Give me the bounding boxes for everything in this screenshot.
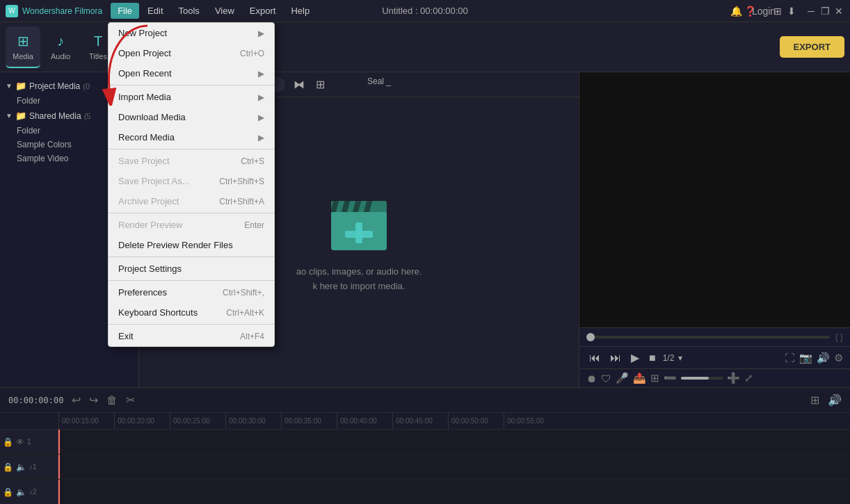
undo-icon[interactable]: ↩ [70, 392, 82, 408]
menu-render-preview: Render Preview Enter [109, 215, 274, 235]
redo-icon[interactable]: ↪ [88, 392, 99, 408]
app-logo-icon: W [6, 5, 18, 17]
menu-import-media[interactable]: Import Media ▶ [109, 87, 274, 107]
export-button[interactable]: EXPORT [780, 36, 844, 58]
menu-view[interactable]: View [208, 3, 241, 19]
menu-file[interactable]: File [111, 3, 139, 19]
grid2-icon[interactable]: ⊞ [650, 372, 659, 384]
notification-icon[interactable]: 🔔 [730, 6, 741, 17]
open-project-label: Open Project [118, 48, 171, 58]
fullscreen-icon[interactable]: ⛶ [785, 352, 795, 364]
render-preview-label: Render Preview [118, 220, 183, 230]
import-text: ao clips, images, or audio here. k here … [296, 265, 422, 294]
menu-keyboard-shortcuts[interactable]: Keyboard Shortcuts Ctrl+Alt+K [109, 302, 274, 323]
download-icon[interactable]: ⬇ [786, 6, 797, 17]
volume-icon[interactable]: 🔊 [817, 352, 830, 364]
new-project-label: New Project [118, 28, 167, 38]
playback-handle[interactable] [586, 333, 595, 341]
ruler-tick-2: 00:00:20:00 [114, 413, 170, 429]
track-lock-icon[interactable]: 🔒 [3, 437, 13, 447]
window-controls: 🔔 ❓ Login ⊞ ⬇ ─ ❐ ✕ [730, 6, 844, 17]
delete-icon[interactable]: 🗑 [105, 393, 119, 408]
skip-back-button[interactable]: ⏮ [586, 350, 603, 366]
toolbar-media[interactable]: ⊞ Media [6, 26, 40, 68]
ruler-tick-8: 00:00:50:00 [448, 413, 504, 429]
video-track-1: 🔒 👁 1 [0, 430, 850, 455]
chevron-down-icon: ▼ [6, 82, 13, 90]
window-title: Untitled : 00:00:00:00 [382, 6, 468, 16]
snapshot-icon[interactable]: 📷 [799, 352, 812, 364]
playback-controls-row: ⏮ ⏭ ▶ ■ 1/2 ▾ ⛶ 📷 🔊 ⚙ [579, 346, 850, 368]
record-icon[interactable]: ⏺ [586, 373, 597, 384]
menu-tools[interactable]: Tools [172, 3, 207, 19]
audio2-mute-icon[interactable]: 🔈 [16, 487, 26, 497]
shield-icon[interactable]: 🛡 [601, 373, 611, 384]
ruler-tick-3: 00:00:25:00 [170, 413, 225, 429]
download-media-arrow: ▶ [258, 113, 264, 122]
track-needle [58, 430, 60, 454]
filter-icon[interactable]: ⧓ [291, 76, 307, 92]
settings-icon[interactable]: ⚙ [834, 352, 843, 364]
audio-label: ♪1 [29, 463, 37, 471]
ruler-tick-4: 00:00:30:00 [225, 413, 281, 429]
ruler-tick-6: 00:00:40:00 [337, 413, 392, 429]
minimize-button[interactable]: ─ [805, 6, 817, 17]
preview-progress-bar-row: { } [579, 327, 850, 346]
resize-icon[interactable]: ⤢ [744, 372, 753, 384]
menu-save-project-as: Save Project As... Ctrl+Shift+S [109, 171, 274, 191]
track-eye-icon[interactable]: 👁 [16, 437, 24, 447]
menu-help[interactable]: Help [284, 3, 316, 19]
keyboard-shortcuts-shortcut: Ctrl+Alt+K [226, 308, 264, 318]
close-button[interactable]: ✕ [833, 6, 844, 17]
login-button[interactable]: Login [758, 6, 769, 17]
plus-circle-icon[interactable]: ➕ [727, 372, 740, 384]
audio-track-2-body [58, 480, 850, 504]
ruler-tick-5: 00:00:35:00 [281, 413, 337, 429]
minus-circle-icon[interactable]: ➖ [664, 372, 677, 384]
menu-new-project[interactable]: New Project ▶ [109, 23, 274, 43]
mic-icon[interactable]: 🎤 [616, 372, 629, 384]
track-label: 1 [27, 438, 31, 446]
titles-label: Titles [89, 52, 107, 60]
audio-mute-icon[interactable]: 🔈 [16, 462, 26, 472]
separator-3 [109, 213, 274, 213]
menu-open-recent[interactable]: Open Recent ▶ [109, 63, 274, 83]
menu-edit[interactable]: Edit [141, 3, 170, 19]
ruler-tick-7: 00:00:45:00 [392, 413, 448, 429]
menu-download-media[interactable]: Download Media ▶ [109, 107, 274, 127]
audio-track-1: 🔒 🔈 ♪1 [0, 455, 850, 480]
volume-slider[interactable] [681, 377, 723, 380]
audio2-lock-icon[interactable]: 🔒 [3, 487, 13, 497]
add-audio-track-icon[interactable]: 🔊 [826, 392, 843, 408]
menu-project-settings[interactable]: Project Settings [109, 259, 274, 279]
menu-record-media[interactable]: Record Media ▶ [109, 127, 274, 147]
cut-icon[interactable]: ✂ [125, 392, 136, 408]
menu-export[interactable]: Export [243, 3, 283, 19]
save-project-as-label: Save Project As... [118, 176, 190, 186]
exit-label: Exit [118, 331, 134, 341]
menu-exit[interactable]: Exit Alt+F4 [109, 326, 274, 346]
add-media-track-icon[interactable]: ⊞ [809, 392, 821, 408]
frame-back-button[interactable]: ⏭ [607, 350, 624, 366]
restore-button[interactable]: ❐ [819, 6, 831, 17]
import-media-arrow: ▶ [258, 92, 264, 102]
toolbar-audio[interactable]: ♪ Audio [43, 26, 78, 68]
import-line2: k here to import media. [296, 279, 422, 294]
bookmark-icon[interactable]: ⊞ [772, 6, 783, 17]
audio-lock-icon[interactable]: 🔒 [3, 462, 13, 472]
shared-folder-icon: 📁 [15, 111, 26, 121]
play-button[interactable]: ▶ [628, 350, 642, 366]
stop-button[interactable]: ■ [646, 350, 659, 366]
export2-icon[interactable]: 📤 [633, 372, 646, 384]
import-line1: ao clips, images, or audio here. [296, 265, 422, 279]
menu-open-project[interactable]: Open Project Ctrl+O [109, 43, 274, 63]
playback-progress-bar[interactable] [586, 336, 830, 339]
tracks: 🔒 👁 1 🔒 🔈 ♪1 🔒 🔈 ♪2 [0, 430, 850, 504]
page-dropdown[interactable]: ▾ [678, 352, 682, 363]
grid-icon[interactable]: ⊞ [313, 76, 328, 92]
separator-4 [109, 257, 274, 257]
menu-preferences[interactable]: Preferences Ctrl+Shift+, [109, 282, 274, 302]
timeline-toolbar: 00:00:00:00 ↩ ↪ 🗑 ✂ ⊞ 🔊 [0, 388, 850, 413]
menu-delete-preview[interactable]: Delete Preview Render Files [109, 235, 274, 255]
shared-folder-label: Folder [17, 126, 40, 136]
